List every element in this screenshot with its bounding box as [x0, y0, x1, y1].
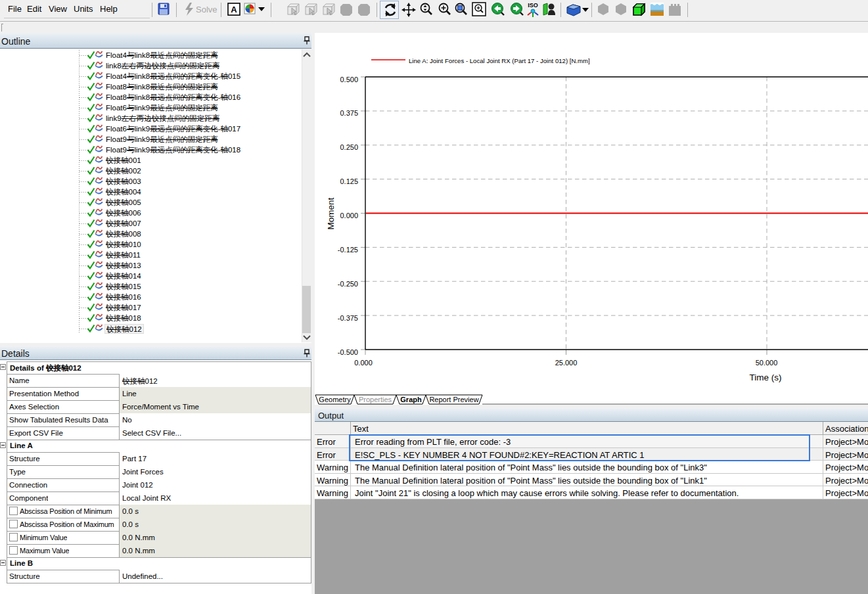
svg-text:0.500: 0.500	[340, 76, 358, 83]
svg-text:0.125: 0.125	[340, 177, 358, 185]
svg-text:Line A: Joint Forces - Local J: Line A: Joint Forces - Local Joint RX (P…	[409, 57, 590, 64]
svg-text:Geometry: Geometry	[319, 396, 351, 403]
svg-text:0.250: 0.250	[340, 143, 358, 151]
svg-text:Graph: Graph	[400, 396, 422, 403]
svg-text:-0.500: -0.500	[338, 348, 358, 356]
svg-text:Time (s): Time (s)	[750, 373, 782, 382]
svg-text:0.375: 0.375	[340, 109, 358, 117]
svg-text:25.000: 25.000	[555, 359, 578, 367]
svg-text:Properties: Properties	[359, 396, 392, 403]
svg-text:Report Preview: Report Preview	[429, 396, 478, 403]
svg-text:-0.125: -0.125	[338, 246, 358, 254]
svg-text:50.000: 50.000	[756, 359, 778, 367]
svg-text:0.000: 0.000	[340, 212, 358, 219]
svg-text:-0.250: -0.250	[338, 280, 358, 288]
svg-text:-0.375: -0.375	[338, 314, 358, 322]
svg-text:Moment: Moment	[326, 197, 336, 229]
svg-text:A: A	[231, 5, 237, 14]
svg-text:0.000: 0.000	[354, 359, 373, 367]
svg-text:ISO: ISO	[528, 2, 538, 9]
